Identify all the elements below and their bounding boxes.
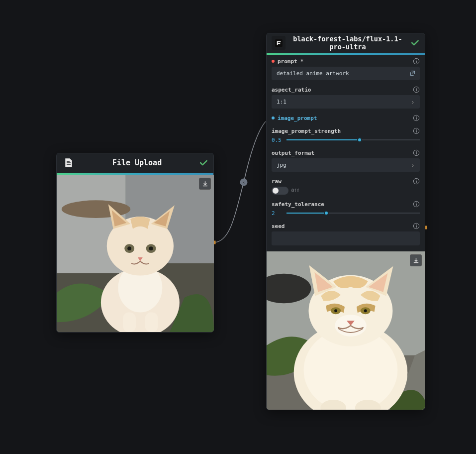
external-link-icon[interactable] — [409, 70, 416, 77]
param-output-format: output_format jpg — [267, 146, 425, 175]
safety-tolerance-slider[interactable] — [286, 210, 420, 217]
info-icon[interactable] — [413, 201, 420, 208]
status-check-icon — [198, 158, 208, 168]
raw-toggle[interactable]: Off — [272, 187, 420, 195]
param-label: image_prompt — [278, 115, 317, 121]
file-icon — [62, 156, 76, 170]
svg-point-32 — [334, 309, 337, 312]
param-label: seed — [272, 223, 285, 229]
node-title: black-forest-labs/flux-1.1-pro-ultra — [286, 35, 410, 51]
toggle-state-text: Off — [291, 189, 299, 193]
param-safety-tolerance: safety_tolerance 2 — [267, 198, 425, 220]
output-format-select[interactable]: jpg — [272, 158, 420, 172]
model-node[interactable]: black-forest-labs/flux-1.1-pro-ultra pro… — [266, 33, 425, 410]
param-label: prompt — [278, 58, 297, 65]
svg-point-12 — [149, 246, 153, 250]
svg-rect-6 — [145, 313, 158, 333]
info-icon[interactable] — [413, 178, 420, 185]
param-image-prompt-strength: image_prompt_strength 0.5 — [267, 124, 425, 146]
param-seed: seed — [267, 220, 425, 251]
slider-value: 0.5 — [272, 137, 283, 143]
info-icon[interactable] — [413, 86, 420, 93]
required-dot-icon — [272, 60, 275, 63]
download-icon[interactable] — [410, 254, 422, 266]
node-title-bar[interactable]: black-forest-labs/flux-1.1-pro-ultra — [267, 33, 425, 53]
param-label: image_prompt_strength — [272, 128, 341, 134]
param-label: raw — [272, 178, 282, 185]
info-icon[interactable] — [413, 149, 420, 156]
aspect-ratio-select[interactable]: 1:1 — [272, 95, 420, 109]
param-label: output_format — [272, 150, 314, 156]
info-icon[interactable] — [413, 114, 420, 121]
connection-delete-button[interactable] — [240, 179, 248, 186]
info-icon[interactable] — [413, 58, 420, 65]
seed-input[interactable] — [272, 231, 420, 245]
prompt-value: detailed anime artwork — [277, 70, 349, 77]
svg-point-33 — [364, 309, 367, 312]
param-label: aspect_ratio — [272, 87, 311, 93]
svg-point-11 — [127, 246, 131, 250]
slider-value: 2 — [272, 210, 283, 217]
svg-rect-5 — [123, 313, 136, 333]
node-title: File Upload — [76, 158, 198, 167]
image-prompt-strength-slider[interactable] — [286, 136, 420, 143]
info-icon[interactable] — [413, 223, 420, 229]
prompt-input[interactable]: detailed anime artwork — [272, 67, 420, 80]
node-title-bar[interactable]: File Upload — [57, 153, 213, 173]
file-upload-node[interactable]: File Upload — [56, 153, 214, 333]
output-format-value: jpg — [277, 162, 286, 168]
info-icon[interactable] — [413, 127, 420, 134]
param-image-prompt: image_prompt — [267, 112, 425, 124]
param-label: safety_tolerance — [272, 201, 324, 208]
download-icon[interactable] — [199, 178, 211, 190]
param-raw: raw Off — [267, 175, 425, 198]
required-asterisk: * — [300, 58, 304, 65]
param-aspect-ratio: aspect_ratio 1:1 — [267, 83, 425, 112]
connected-dot-icon — [272, 116, 275, 119]
param-prompt: prompt * detailed anime artwork — [267, 55, 425, 83]
uploaded-image-preview[interactable] — [57, 175, 214, 332]
status-check-icon — [410, 38, 420, 48]
model-logo-icon — [272, 36, 286, 50]
output-image-preview[interactable] — [267, 251, 425, 410]
aspect-ratio-value: 1:1 — [277, 99, 286, 105]
